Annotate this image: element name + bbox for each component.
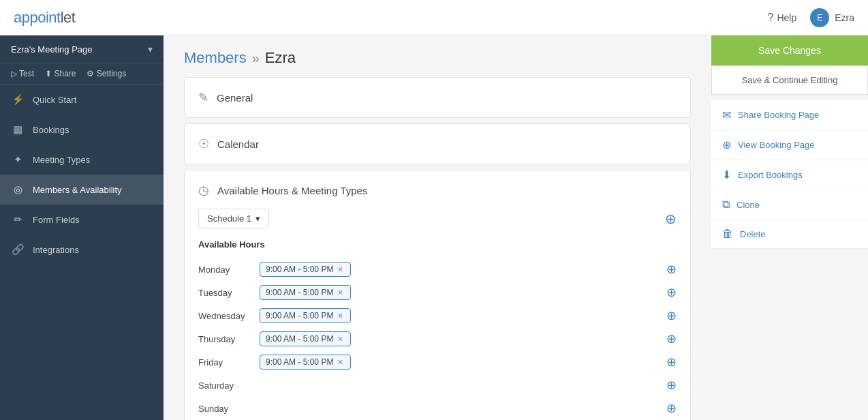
- days-list: Monday 9:00 AM - 5:00 PM ✕ ⊕ Tuesday: [198, 258, 677, 420]
- schedule-bar: Schedule 1 ▾ ⊕: [198, 209, 677, 228]
- export-bookings-item[interactable]: ⬇ Export Bookings: [711, 160, 868, 190]
- add-slot-tuesday-button[interactable]: ⊕: [666, 285, 677, 300]
- add-schedule-button[interactable]: ⊕: [665, 211, 677, 227]
- clock-icon: ◷: [198, 183, 209, 198]
- remove-slot-button[interactable]: ✕: [336, 265, 345, 274]
- remove-slot-button[interactable]: ✕: [336, 312, 345, 320]
- topbar-right: ? Help E Ezra: [768, 8, 855, 27]
- save-changes-button[interactable]: Save Changes: [711, 35, 868, 65]
- chevron-down-icon[interactable]: ▾: [148, 44, 153, 55]
- breadcrumb-separator: »: [252, 50, 260, 66]
- meeting-types-icon: ✦: [11, 153, 25, 166]
- remove-slot-button[interactable]: ✕: [336, 288, 345, 297]
- general-section[interactable]: ✎ General: [184, 77, 691, 118]
- available-hours-title: Available Hours: [198, 239, 677, 250]
- schedule-dropdown[interactable]: Schedule 1 ▾: [198, 209, 269, 228]
- day-row-sunday: Sunday ⊕: [198, 397, 677, 420]
- brand-name-rest: let: [61, 9, 76, 26]
- sidebar-item-integrations[interactable]: 🔗 Integrations: [0, 235, 164, 265]
- day-name-thursday: Thursday: [198, 334, 260, 344]
- export-icon: ⬇: [722, 168, 731, 181]
- test-link[interactable]: ▷ Test: [11, 69, 34, 78]
- time-slot: 9:00 AM - 5:00 PM ✕: [260, 262, 351, 277]
- availability-title: Available Hours & Meeting Types: [217, 185, 367, 196]
- sidebar-item-quick-start[interactable]: ⚡ Quick Start: [0, 85, 164, 115]
- main-layout: Ezra's Meeting Page ▾ ▷ Test ⬆ Share ⚙ S…: [0, 35, 868, 420]
- add-slot-wednesday-button[interactable]: ⊕: [666, 308, 677, 323]
- breadcrumb-members-link[interactable]: Members: [184, 49, 247, 67]
- help-link[interactable]: ? Help: [768, 12, 797, 24]
- form-fields-label: Form Fields: [33, 215, 80, 225]
- settings-link[interactable]: ⚙ Settings: [87, 69, 126, 78]
- share-booking-page-item[interactable]: ✉ Share Booking Page: [711, 100, 868, 130]
- sidebar-item-members-availability[interactable]: ◎ Members & Availability: [0, 175, 164, 205]
- availability-header: ◷ Available Hours & Meeting Types: [198, 183, 677, 198]
- share-link[interactable]: ⬆ Share: [45, 69, 76, 78]
- time-slots-wednesday: 9:00 AM - 5:00 PM ✕: [260, 308, 666, 323]
- bookings-label: Bookings: [33, 125, 69, 135]
- time-value: 9:00 AM - 5:00 PM: [266, 288, 333, 297]
- share-icon: ✉: [722, 108, 731, 121]
- export-label: Export Bookings: [738, 170, 803, 180]
- time-slots-monday: 9:00 AM - 5:00 PM ✕: [260, 262, 666, 277]
- view-booking-page-item[interactable]: ⊕ View Booking Page: [711, 130, 868, 160]
- time-slot: 9:00 AM - 5:00 PM ✕: [260, 308, 351, 323]
- add-slot-thursday-button[interactable]: ⊕: [666, 331, 677, 346]
- time-slots-friday: 9:00 AM - 5:00 PM ✕: [260, 355, 666, 370]
- add-slot-friday-button[interactable]: ⊕: [666, 355, 677, 370]
- sidebar-item-form-fields[interactable]: ✏ Form Fields: [0, 205, 164, 235]
- schedule-chevron-icon: ▾: [255, 213, 260, 224]
- add-slot-monday-button[interactable]: ⊕: [666, 262, 677, 277]
- delete-icon: 🗑: [722, 228, 733, 240]
- bookings-icon: ▦: [11, 123, 25, 136]
- user-label: Ezra: [835, 12, 854, 23]
- sidebar-item-meeting-types[interactable]: ✦ Meeting Types: [0, 145, 164, 175]
- time-value: 9:00 AM - 5:00 PM: [266, 265, 333, 274]
- time-slot: 9:00 AM - 5:00 PM ✕: [260, 355, 351, 370]
- sidebar-nav: ⚡ Quick Start ▦ Bookings ✦ Meeting Types…: [0, 85, 164, 420]
- add-slot-sunday-button[interactable]: ⊕: [666, 401, 677, 416]
- sidebar-item-bookings[interactable]: ▦ Bookings: [0, 115, 164, 145]
- general-icon: ✎: [198, 90, 208, 105]
- clone-label: Clone: [737, 200, 760, 210]
- add-slot-saturday-button[interactable]: ⊕: [666, 378, 677, 393]
- delete-item[interactable]: 🗑 Delete: [711, 220, 868, 249]
- view-label: View Booking Page: [738, 140, 815, 150]
- time-slots-thursday: 9:00 AM - 5:00 PM ✕: [260, 331, 666, 346]
- calendar-section[interactable]: ☉ Calendar: [184, 123, 691, 164]
- brand-logo: appointlet: [14, 9, 75, 27]
- sidebar: Ezra's Meeting Page ▾ ▷ Test ⬆ Share ⚙ S…: [0, 35, 164, 420]
- day-name-saturday: Saturday: [198, 380, 260, 391]
- remove-slot-button[interactable]: ✕: [336, 335, 345, 344]
- members-label: Members & Availability: [33, 185, 122, 195]
- user-menu[interactable]: E Ezra: [810, 8, 854, 27]
- sidebar-subnav: ▷ Test ⬆ Share ⚙ Settings: [0, 63, 164, 85]
- view-icon: ⊕: [722, 138, 731, 151]
- day-row-monday: Monday 9:00 AM - 5:00 PM ✕ ⊕: [198, 258, 677, 281]
- day-name-tuesday: Tuesday: [198, 288, 260, 298]
- action-list: ✉ Share Booking Page ⊕ View Booking Page…: [711, 100, 868, 249]
- delete-label: Delete: [740, 229, 766, 239]
- general-label: General: [217, 92, 253, 104]
- meeting-types-label: Meeting Types: [33, 155, 90, 165]
- brand-name-accent: appoint: [14, 9, 61, 26]
- user-avatar: E: [810, 8, 829, 27]
- sidebar-header: Ezra's Meeting Page ▾: [0, 35, 164, 63]
- breadcrumb: Members » Ezra: [164, 35, 711, 77]
- day-row-tuesday: Tuesday 9:00 AM - 5:00 PM ✕ ⊕: [198, 281, 677, 304]
- availability-section: ◷ Available Hours & Meeting Types Schedu…: [184, 170, 691, 420]
- day-row-wednesday: Wednesday 9:00 AM - 5:00 PM ✕ ⊕: [198, 304, 677, 327]
- content-area: Members » Ezra ✎ General ☉ Calendar ◷ Av…: [164, 35, 868, 420]
- time-value: 9:00 AM - 5:00 PM: [266, 334, 333, 344]
- members-icon: ◎: [11, 183, 25, 196]
- time-slot: 9:00 AM - 5:00 PM ✕: [260, 285, 351, 300]
- calendar-label: Calendar: [217, 138, 259, 150]
- remove-slot-button[interactable]: ✕: [336, 358, 345, 367]
- clone-item[interactable]: ⧉ Clone: [711, 190, 868, 220]
- day-row-saturday: Saturday ⊕: [198, 374, 677, 397]
- day-name-sunday: Sunday: [198, 404, 260, 414]
- clone-icon: ⧉: [722, 198, 730, 211]
- time-slot: 9:00 AM - 5:00 PM ✕: [260, 331, 351, 346]
- save-continue-button[interactable]: Save & Continue Editing: [711, 65, 868, 95]
- main-content: Members » Ezra ✎ General ☉ Calendar ◷ Av…: [164, 35, 711, 420]
